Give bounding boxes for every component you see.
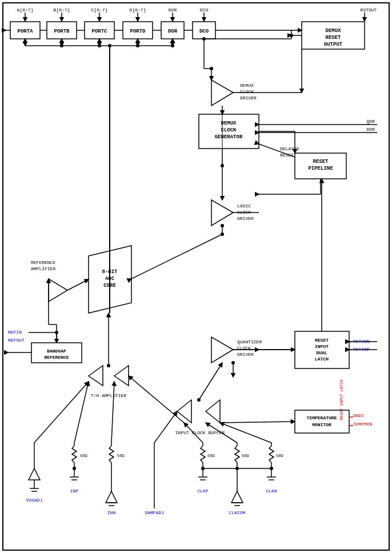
inn-resistor-label: 50Ω bbox=[117, 454, 125, 458]
reset-input-dual-latch-label2: INPUT bbox=[315, 344, 329, 349]
porta-label: PORTA bbox=[17, 29, 33, 34]
refout-label: REFOUT bbox=[8, 338, 25, 343]
svg-marker-92 bbox=[211, 337, 233, 363]
svg-line-105 bbox=[129, 376, 184, 423]
dor-pin-label: DOR bbox=[169, 7, 177, 13]
svg-marker-102 bbox=[206, 400, 220, 423]
block-diagram: PORTA A[0:7] PORTB B[0:7] PORTC C[0:7] P… bbox=[0, 0, 392, 553]
clkp-resistor-label: 50Ω bbox=[207, 454, 215, 458]
tempmon-label: TEMPMON bbox=[353, 422, 373, 427]
svg-marker-88 bbox=[89, 366, 103, 386]
dco-box-label: DCO bbox=[199, 29, 209, 34]
demux-clock-driver-label3: DRIVER bbox=[240, 95, 257, 101]
refin-label: REFIN bbox=[8, 330, 22, 335]
demux-clk-gen-label3: GENERATOR bbox=[215, 134, 243, 140]
svg-marker-125 bbox=[106, 491, 117, 503]
svg-marker-141 bbox=[231, 491, 243, 503]
portd-label: PORTD bbox=[130, 29, 146, 34]
qdr-label: QDR bbox=[367, 119, 375, 124]
clkp-label: CLKP bbox=[197, 488, 208, 494]
ref-amp-label1: REFERENCE bbox=[31, 260, 55, 265]
reset-input-dual-latch-label3: DUAL bbox=[316, 350, 327, 355]
svg-point-60 bbox=[221, 233, 224, 236]
input-clk-buffer-label: INPUT CLOCK BUFFER bbox=[175, 430, 225, 435]
svg-line-152 bbox=[220, 423, 271, 443]
svg-line-122 bbox=[74, 382, 89, 443]
svg-point-91 bbox=[107, 364, 110, 367]
svg-line-58 bbox=[67, 279, 89, 290]
portc-label: PORTC bbox=[91, 29, 107, 34]
svg-point-31 bbox=[290, 34, 293, 37]
reset-input-latch-label: RESET INPUT LATCH bbox=[339, 379, 344, 420]
a07-label: A[0:7] bbox=[17, 7, 34, 13]
svg-point-154 bbox=[235, 467, 239, 470]
svg-line-129 bbox=[111, 382, 114, 443]
ref-amp-label2: AMPLIFIER bbox=[31, 266, 55, 271]
svg-line-109 bbox=[220, 422, 295, 423]
svg-line-131 bbox=[154, 411, 177, 443]
c07-label: C[0:7] bbox=[91, 7, 108, 13]
svg-marker-57 bbox=[49, 279, 67, 302]
ddr-label: DDR bbox=[367, 127, 375, 132]
svg-point-51 bbox=[221, 164, 224, 167]
vosadj-label: VOSADJ bbox=[26, 498, 43, 503]
logic-clk-driver-label1: LOGIC bbox=[237, 203, 251, 209]
svg-marker-110 bbox=[29, 468, 40, 480]
temp-monitor-label1: TEMPERATURE bbox=[307, 415, 337, 420]
gndi-label: GNDI bbox=[353, 413, 364, 418]
reset-input-dual-latch-label4: LATCH bbox=[315, 356, 329, 362]
d07-label: D[0:7] bbox=[130, 7, 146, 13]
dor-box-label: DOR bbox=[168, 29, 178, 34]
inn-label: INN bbox=[107, 510, 116, 515]
demux-reset-output-label3: OUTPUT bbox=[324, 42, 343, 47]
inp-resistor-label: 50Ω bbox=[80, 454, 87, 458]
demux-clock-driver-label2: CLOCK bbox=[240, 89, 254, 94]
logic-clk-driver-label3: DRIVER bbox=[237, 216, 254, 221]
b07-label: B[0:7] bbox=[54, 7, 70, 13]
svg-marker-89 bbox=[114, 366, 129, 386]
svg-line-115 bbox=[34, 382, 89, 443]
reset-input-dual-latch-label1: RESET bbox=[315, 338, 329, 343]
clkcom-label: CLKCOM bbox=[229, 510, 246, 515]
svg-rect-159 bbox=[3, 3, 389, 550]
clkcom-resistor-label: 50Ω bbox=[242, 454, 249, 458]
svg-line-59 bbox=[131, 234, 222, 279]
delayed-reset-label2: RESET bbox=[280, 153, 294, 158]
bandgap-ref-label2: REFERENCE bbox=[44, 355, 69, 360]
demux-clk-gen-label1: DEMUX bbox=[221, 121, 237, 126]
portb-label: PORTB bbox=[54, 29, 70, 34]
demux-reset-output-label1: DEMUX bbox=[325, 28, 341, 34]
svg-line-103 bbox=[199, 363, 222, 400]
svg-marker-32 bbox=[211, 80, 233, 106]
rstout-label: RSTOUT bbox=[361, 7, 377, 13]
demux-reset-output-label2: RESET bbox=[325, 35, 341, 41]
demux-clk-gen-label2: CLOCK bbox=[221, 127, 237, 133]
bandgap-ref-label1: BANDGAP bbox=[47, 348, 66, 354]
svg-marker-49 bbox=[211, 200, 233, 226]
th-amp-label: T/H AMPLIFIER bbox=[91, 393, 127, 398]
svg-point-38 bbox=[210, 67, 213, 70]
reset-pipeline-label1: RESET bbox=[313, 159, 329, 165]
delayed-reset-label1: DELAYED bbox=[280, 146, 299, 151]
svg-point-104 bbox=[197, 398, 201, 402]
clkn-resistor-label: 50Ω bbox=[276, 454, 283, 458]
temp-monitor-label2: MONITOR bbox=[312, 422, 331, 427]
reset-pipeline-label2: PIPELINE bbox=[308, 166, 333, 171]
quant-clk-driver-label1: QUANTIZER bbox=[237, 339, 262, 344]
sampadj-label: SAMPADJ bbox=[145, 510, 164, 515]
inp-label: INP bbox=[70, 488, 79, 494]
demux-clock-driver-label1: DEMUX bbox=[240, 83, 254, 88]
quant-clk-driver-label3: DRIVER bbox=[237, 352, 254, 357]
clkn-label: CLKN bbox=[266, 488, 277, 494]
dco-pin-label: DCO bbox=[200, 7, 209, 13]
